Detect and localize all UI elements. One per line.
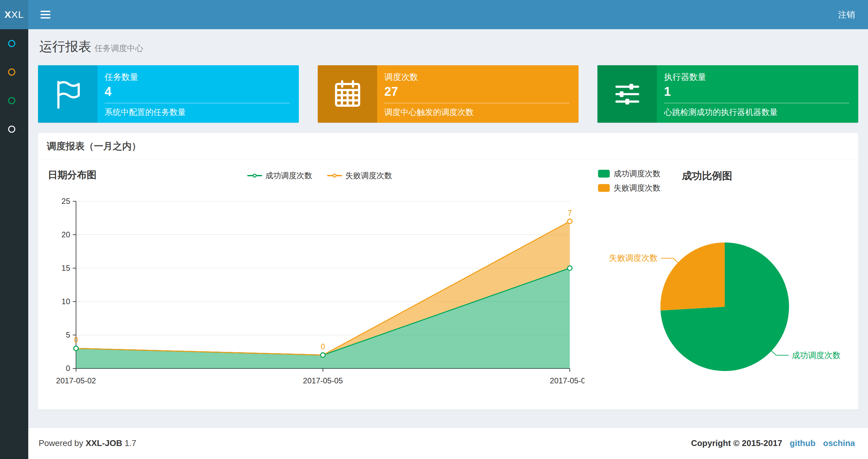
powered-by: Powered by XXL-JOB 1.7	[39, 438, 136, 448]
stat-value: 1	[664, 85, 849, 99]
svg-text:5: 5	[66, 330, 70, 339]
stat-description: 心跳检测成功的执行器机器数量	[664, 107, 849, 118]
github-link[interactable]: github	[790, 438, 815, 448]
content-header: 运行报表任务调度中心	[38, 29, 858, 56]
stat-title: 调度次数	[384, 71, 569, 83]
stat-value: 27	[384, 85, 569, 99]
date-distribution-chart: 日期分布图 成功调度次数 失败调度次数 0510152	[45, 166, 594, 400]
sliders-icon	[597, 65, 657, 123]
stats-row: 任务数量 4 系统中配置的任务数量 调度次	[38, 65, 858, 123]
footer: Powered by XXL-JOB 1.7 Copyright © 2015-…	[28, 427, 868, 459]
sidebar-item-help[interactable]	[0, 115, 28, 143]
legend-item-fail[interactable]: 失败调度次数	[598, 183, 660, 193]
stat-box-job-count: 任务数量 4 系统中配置的任务数量	[38, 65, 299, 123]
report-panel: 调度报表（一月之内） 日期分布图 成功调度次数 失败调度次数	[38, 133, 858, 409]
sidebar-item-job-manage[interactable]	[0, 58, 28, 86]
stat-description: 调度中心触发的调度次数	[384, 107, 569, 118]
stat-body: 任务数量 4 系统中配置的任务数量	[97, 65, 299, 123]
success-ratio-chart: 成功调度次数 失败调度次数 成功比例图 成功调度次数失败调度次数	[594, 166, 852, 400]
divider	[664, 103, 849, 103]
swatch-icon	[598, 184, 610, 192]
main-content: 运行报表任务调度中心 任务数量 4 系统中配置的任务数量	[28, 29, 868, 427]
legend-label: 失败调度次数	[614, 183, 660, 193]
svg-text:0: 0	[66, 364, 70, 373]
pie-chart-header: 成功调度次数 失败调度次数 成功比例图	[598, 166, 852, 193]
pie-chart-title: 成功比例图	[682, 169, 732, 183]
line-chart-header: 日期分布图 成功调度次数 失败调度次数	[45, 166, 594, 187]
line-chart-title: 日期分布图	[48, 168, 96, 182]
line-chart-legend: 成功调度次数 失败调度次数	[45, 166, 594, 181]
swatch-icon	[598, 170, 610, 177]
legend-item-fail[interactable]: 失败调度次数	[327, 170, 392, 181]
svg-text:10: 10	[61, 297, 70, 306]
oschina-link[interactable]: oschina	[823, 438, 855, 448]
stat-title: 执行器数量	[664, 71, 849, 83]
divider	[384, 103, 569, 103]
flag-icon	[38, 65, 97, 123]
svg-text:0: 0	[74, 335, 78, 344]
svg-text:15: 15	[61, 264, 70, 272]
stat-body: 执行器数量 1 心跳检测成功的执行器机器数量	[657, 65, 858, 123]
line-series-marker-icon	[247, 175, 262, 176]
stat-description: 系统中配置的任务数量	[104, 107, 290, 118]
panel-body: 日期分布图 成功调度次数 失败调度次数 0510152	[38, 160, 858, 409]
logo-text-bold: X	[4, 9, 11, 20]
legend-label: 失败调度次数	[345, 170, 392, 181]
circle-o-icon	[8, 40, 15, 47]
svg-text:失败调度次数: 失败调度次数	[609, 253, 657, 262]
app-logo[interactable]: XXL	[0, 0, 28, 29]
page-subtitle: 任务调度中心	[95, 43, 143, 53]
legend-item-success[interactable]: 成功调度次数	[247, 170, 312, 181]
calendar-icon	[318, 65, 377, 123]
navbar-body: 注销	[28, 0, 868, 29]
logout-link[interactable]: 注销	[838, 9, 855, 21]
sidebar-toggle-icon[interactable]	[37, 7, 54, 22]
svg-text:25: 25	[61, 197, 70, 205]
stat-box-trigger-count: 调度次数 27 调度中心触发的调度次数	[318, 65, 579, 123]
svg-text:2017-05-05: 2017-05-05	[303, 376, 343, 385]
svg-text:0: 0	[321, 342, 325, 351]
divider	[104, 103, 290, 103]
page-title: 运行报表任务调度中心	[39, 38, 857, 56]
svg-text:2017-05-02: 2017-05-02	[56, 376, 96, 385]
svg-text:20: 20	[61, 230, 70, 239]
line-series-marker-icon	[327, 175, 342, 176]
copyright: Copyright © 2015-2017 github oschina	[691, 438, 855, 448]
panel-title: 调度报表（一月之内）	[38, 133, 858, 160]
circle-o-icon	[8, 126, 15, 133]
svg-text:2017-05-08: 2017-05-08	[550, 376, 584, 385]
stacked-area-chart: 05101520252017-05-022017-05-052017-05-08…	[45, 187, 584, 399]
circle-o-icon	[8, 97, 15, 104]
sidebar-item-job-log[interactable]	[0, 86, 28, 115]
pie-chart-legend: 成功调度次数 失败调度次数	[598, 168, 660, 193]
product-name: XXL-JOB	[86, 438, 122, 448]
stat-box-executor-count: 执行器数量 1 心跳检测成功的执行器机器数量	[597, 65, 858, 123]
svg-text:7: 7	[567, 208, 572, 217]
legend-label: 成功调度次数	[614, 168, 660, 179]
xxl-job-dashboard: XXL 注销 运行报表任务调度中心	[0, 0, 868, 459]
stat-value: 4	[104, 85, 290, 99]
sidebar-item-dashboard[interactable]	[0, 29, 28, 58]
logo-text: XL	[11, 9, 24, 20]
legend-item-success[interactable]: 成功调度次数	[598, 168, 660, 179]
svg-text:成功调度次数: 成功调度次数	[792, 351, 841, 360]
stat-title: 任务数量	[104, 71, 290, 83]
top-navbar: XXL 注销	[0, 0, 868, 29]
sidebar	[0, 29, 28, 459]
page-title-text: 运行报表	[39, 39, 91, 54]
circle-o-icon	[8, 68, 15, 76]
pie-chart: 成功调度次数失败调度次数	[598, 196, 848, 391]
legend-label: 成功调度次数	[266, 170, 312, 181]
stat-body: 调度次数 27 调度中心触发的调度次数	[377, 65, 579, 123]
